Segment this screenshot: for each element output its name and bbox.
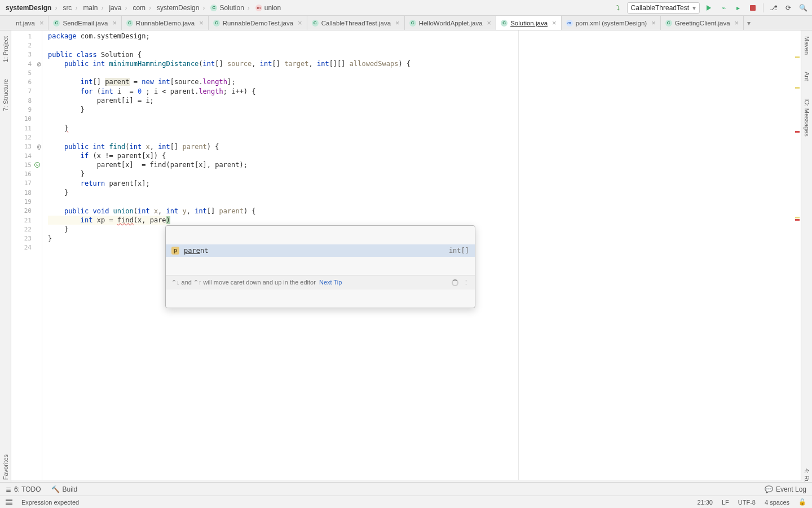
tab[interactable]: CHelloWorldApplet.java× (405, 16, 497, 30)
next-tip-link[interactable]: Next Tip (319, 279, 342, 286)
tab[interactable]: CGreetingClient.java× (661, 16, 744, 30)
left-tool-stripe: 1: Project 7: Structure 2: Favorites (0, 30, 11, 492)
line-number: 10 (11, 115, 42, 124)
tab[interactable]: nt.java× (11, 16, 48, 30)
crumb[interactable]: java› (107, 3, 129, 12)
line-number: 1 (11, 32, 42, 41)
chevron-down-icon: ▾ (692, 4, 696, 12)
override-icon[interactable]: @ (37, 61, 41, 67)
crumb[interactable]: main› (81, 3, 105, 12)
tab[interactable]: CSendEmail.java× (48, 16, 122, 30)
crumb[interactable]: com› (130, 3, 153, 12)
line-number: 2 (11, 41, 42, 50)
crumb[interactable]: src› (60, 3, 80, 12)
close-icon[interactable]: × (735, 19, 739, 27)
line-number: 4@ (11, 59, 42, 68)
line-number: 14 (11, 151, 42, 160)
parameter-icon: p (171, 247, 179, 255)
lock-icon[interactable]: 🔓 (798, 498, 806, 506)
line-number: 22 (11, 225, 42, 234)
recursive-icon[interactable]: ↻ (34, 162, 40, 168)
breadcrumbs: systemDesign› src› main› java› com› syst… (3, 3, 283, 12)
line-number: 13@ (11, 142, 42, 151)
code-area[interactable]: package com.systemDesign; public class S… (42, 30, 801, 480)
line-number: 7 (11, 87, 42, 96)
search-everywhere-button[interactable]: 🔍 (797, 2, 809, 14)
run-config-selector[interactable]: CallableThreadTest ▾ (627, 2, 700, 14)
tab[interactable]: pom.xml (systemDesign)× (562, 16, 661, 30)
status-message: Expression expected (21, 499, 79, 506)
editor-tabs: nt.java× CSendEmail.java× CRunnableDemo.… (0, 16, 812, 30)
debug-button[interactable]: ⌁ (718, 2, 729, 14)
class-icon: C (501, 20, 508, 27)
editor[interactable]: 1 2 3 4@ 5 6 7 8 9 10 11 12 13@ 14 15↻ 1… (11, 30, 801, 480)
event-log-button[interactable]: 💬Event Log (765, 485, 806, 493)
completion-popup: p parent int[] ⌃↓ and ⌃↑ will move caret… (165, 225, 475, 308)
tool-window-toggle[interactable] (6, 500, 12, 505)
file-encoding[interactable]: UTF-8 (738, 499, 756, 506)
close-icon[interactable]: × (651, 19, 656, 27)
run-button[interactable] (703, 2, 714, 14)
more-icon[interactable]: ⋮ (463, 278, 469, 287)
build-tool-button[interactable]: 🔨Build (51, 485, 78, 493)
method-icon: m (255, 5, 262, 11)
project-tool-button[interactable]: 1: Project (2, 36, 9, 62)
crumb[interactable]: CSolution› (208, 3, 251, 12)
class-icon: C (312, 20, 319, 27)
line-number: 23 (11, 234, 42, 243)
class-icon: C (409, 20, 416, 27)
line-number: 11 (11, 124, 42, 133)
override-icon[interactable]: @ (37, 143, 41, 150)
close-icon[interactable]: × (199, 19, 204, 27)
stop-button[interactable] (747, 2, 758, 14)
close-icon[interactable]: × (552, 19, 557, 27)
vcs-button[interactable]: ⎇ (768, 2, 779, 14)
crumb[interactable]: munion (253, 3, 283, 12)
completion-item[interactable]: p parent int[] (166, 244, 475, 257)
structure-tool-button[interactable]: 7: Structure (2, 79, 9, 111)
maven-icon (566, 20, 573, 27)
tab-active[interactable]: CSolution.java× (496, 16, 561, 30)
close-icon[interactable]: × (298, 19, 302, 27)
close-icon[interactable]: × (39, 19, 44, 27)
crumb[interactable]: systemDesign› (155, 3, 207, 12)
editor-splitter[interactable] (518, 30, 519, 480)
class-icon: C (213, 20, 220, 27)
line-separator[interactable]: LF (722, 499, 729, 506)
crumb[interactable]: systemDesign› (3, 3, 59, 12)
line-number: 21 (11, 216, 42, 225)
close-icon[interactable]: × (395, 19, 400, 27)
indent-setting[interactable]: 4 spaces (765, 499, 789, 506)
line-number: 24 (11, 243, 42, 252)
caret-position[interactable]: 21:30 (697, 499, 713, 506)
tab[interactable]: CRunnableDemoTest.java× (209, 16, 307, 30)
tab-overflow-button[interactable]: ▾ (747, 16, 751, 30)
build-icon[interactable]: ⤵ (612, 2, 624, 14)
completion-type: int[] (449, 246, 469, 255)
class-icon: C (126, 20, 133, 27)
bottom-tool-stripe: ≣6: TODO 🔨Build 💬Event Log (0, 482, 812, 496)
spinner-icon (452, 279, 458, 286)
status-bar: Expression expected 21:30 LF UTF-8 4 spa… (0, 496, 812, 508)
navigation-bar: systemDesign› src› main› java› com› syst… (0, 0, 812, 16)
todo-tool-button[interactable]: ≣6: TODO (6, 485, 41, 493)
line-number: 3 (11, 50, 42, 59)
line-number: 19 (11, 197, 42, 206)
close-icon[interactable]: × (112, 19, 117, 27)
run-config-label: CallableThreadTest (631, 4, 689, 12)
messages-tool-button[interactable]: IO: Messages (804, 98, 810, 137)
line-number: 6 (11, 77, 42, 86)
tab[interactable]: CCallableThreadTest.java× (307, 16, 405, 30)
line-number: 5 (11, 68, 42, 77)
tab[interactable]: CRunnableDemo.java× (122, 16, 209, 30)
error-stripe[interactable] (793, 30, 800, 480)
class-icon: C (53, 20, 60, 27)
line-number: 17 (11, 179, 42, 188)
class-icon: C (665, 20, 672, 27)
toolbar: ⤵ CallableThreadTest ▾ ⌁ ▸ ⎇ ⟳ 🔍 (612, 2, 809, 14)
close-icon[interactable]: × (487, 19, 492, 27)
line-number: 16 (11, 169, 42, 178)
update-button[interactable]: ⟳ (783, 2, 794, 14)
coverage-button[interactable]: ▸ (732, 2, 744, 14)
line-number: 18 (11, 188, 42, 197)
